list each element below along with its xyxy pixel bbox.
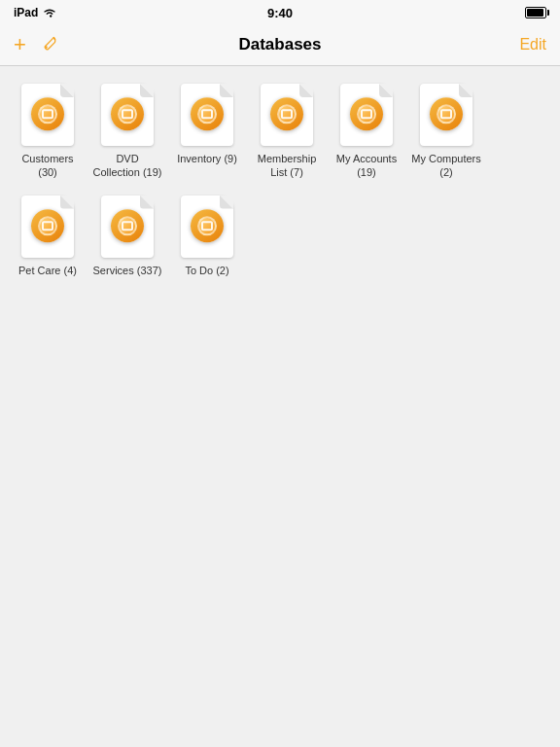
status-right <box>525 7 546 18</box>
svg-point-0 <box>45 46 47 48</box>
database-item-services[interactable]: Services (337) <box>88 194 167 277</box>
db-label: My Accounts (19) <box>336 152 397 180</box>
db-circle <box>270 97 303 130</box>
database-item-dvd[interactable]: DVD Collection (19) <box>88 82 167 180</box>
database-grid: Customers (30) DVD Collection (19) Inven… <box>0 66 560 291</box>
db-icon <box>98 194 157 260</box>
db-label: Membership List (7) <box>258 152 317 180</box>
db-circle <box>191 97 224 130</box>
db-label: Services (337) <box>93 264 162 277</box>
db-label: DVD Collection (19) <box>93 152 162 180</box>
carrier-label: iPad <box>14 6 38 19</box>
database-item-membership[interactable]: Membership List (7) <box>247 82 327 180</box>
db-circle <box>31 97 64 130</box>
db-icon <box>178 82 236 148</box>
db-label: Inventory (9) <box>177 152 237 165</box>
status-time: 9:40 <box>267 6 293 20</box>
db-icon <box>18 82 77 148</box>
add-database-button[interactable]: + <box>14 34 26 55</box>
nav-left: + <box>14 34 57 55</box>
wrench-icon-svg <box>40 34 57 52</box>
db-circle-inner <box>277 104 297 124</box>
db-circle-inner <box>38 216 57 235</box>
db-circle <box>191 209 224 242</box>
db-circle-inner <box>357 104 376 124</box>
db-circle <box>111 97 144 130</box>
database-item-my-accounts[interactable]: My Accounts (19) <box>327 82 406 180</box>
settings-button[interactable] <box>40 34 57 55</box>
db-icon <box>337 82 396 148</box>
db-icon <box>178 194 236 260</box>
page-title: Databases <box>238 35 321 54</box>
status-left: iPad <box>14 6 56 19</box>
db-label: Pet Care (4) <box>18 264 77 277</box>
database-item-my-computers[interactable]: My Computers (2) <box>406 82 486 180</box>
database-item-inventory[interactable]: Inventory (9) <box>167 82 247 180</box>
edit-button[interactable]: Edit <box>519 36 546 53</box>
wifi-icon <box>43 8 56 18</box>
db-icon <box>98 82 157 148</box>
nav-bar: + Databases Edit <box>0 23 560 66</box>
db-circle-inner <box>437 104 456 124</box>
database-item-todo[interactable]: To Do (2) <box>167 194 247 277</box>
battery-icon <box>525 7 546 18</box>
db-circle-inner <box>197 104 217 124</box>
db-circle <box>350 97 383 130</box>
db-icon <box>18 194 77 260</box>
db-circle-inner <box>118 104 137 124</box>
db-circle <box>111 209 144 242</box>
database-item-pet-care[interactable]: Pet Care (4) <box>8 194 88 277</box>
db-circle-inner <box>118 216 137 235</box>
database-item-customers[interactable]: Customers (30) <box>8 82 88 180</box>
db-label: Customers (30) <box>21 152 73 180</box>
db-circle-inner <box>197 216 217 235</box>
db-label: To Do (2) <box>185 264 228 277</box>
status-bar: iPad 9:40 <box>0 0 560 23</box>
db-label: My Computers (2) <box>411 152 481 180</box>
db-circle <box>430 97 463 130</box>
db-icon <box>417 82 475 148</box>
db-icon <box>258 82 316 148</box>
db-circle-inner <box>38 104 57 124</box>
db-circle <box>31 209 64 242</box>
